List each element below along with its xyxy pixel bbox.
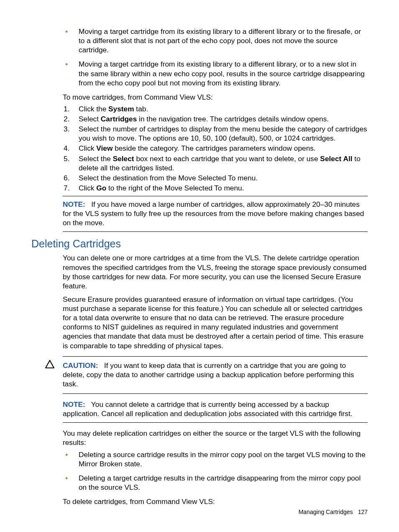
body-indent: Moving a target cartridge from its exist… [63,27,368,232]
text: If you want to keep data that is current… [63,361,354,388]
text: Select the [79,154,113,163]
list-item: Moving a target cartridge from its exist… [63,27,368,54]
note-label: NOTE: [63,400,85,409]
text: tab. [134,105,148,113]
bold-text: System [108,105,134,113]
note-text: You cannot delete a cartridge that is cu… [63,400,353,418]
caution-block: CAUTION: If you want to keep data that i… [63,356,368,394]
body-indent: You can delete one or more cartridges at… [63,253,368,506]
text: box next to each cartridge that you want… [134,154,320,163]
text: Click [79,184,96,192]
paragraph: Secure Erasure provides guaranteed erasu… [63,295,368,350]
step-item: Click View beside the category. The cart… [63,144,368,153]
list-item: Deleting a target cartridge results in t… [63,473,368,492]
step-item: Select the destination from the Move Sel… [63,173,368,182]
delete-results-list: Deleting a source cartridge results in t… [63,450,368,492]
text: in the navigation tree. The cartridges d… [137,115,329,123]
caution-icon [45,360,54,370]
caution-text: CAUTION: If you want to keep data that i… [63,361,368,388]
list-item: Moving a target cartridge from its exist… [63,59,368,87]
page-number: 127 [358,509,368,515]
footer-section: Managing Cartridges [299,509,353,515]
step-item: Select the number of cartridges to displ… [63,124,368,143]
text: Click the [79,105,108,113]
bold-text: Go [96,184,106,192]
bold-text: Cartridges [101,115,137,123]
bold-text: View [96,144,113,152]
svg-marker-0 [46,360,54,368]
bold-text: Select All [320,154,352,163]
move-intro: To move cartridges, from Command View VL… [63,93,368,102]
paragraph: You can delete one or more cartridges at… [63,253,368,290]
bold-text: Select [113,154,134,163]
text: Select [79,115,101,123]
step-item: Click the System tab. [63,104,368,113]
caution-label: CAUTION: [63,361,98,370]
text: to the right of the Move Selected To men… [106,184,244,192]
step-item: Select Cartridges in the navigation tree… [63,114,368,123]
note-label: NOTE: [63,200,85,208]
step-item: Select the Select box next to each cartr… [63,154,368,172]
note-block: NOTE: If you have moved a large number o… [63,196,368,232]
section-heading: Deleting Cartridges [31,238,368,250]
paragraph: To delete cartridges, from Command View … [63,497,368,506]
paragraph: You may delete replication cartridges on… [63,429,368,447]
step-item: Click Go to the right of the Move Select… [63,183,368,193]
note-text: If you have moved a large number of cart… [63,200,364,227]
text: beside the category. The cartridges para… [113,144,315,152]
page: Moving a target cartridge from its exist… [0,0,399,532]
list-item: Deleting a source cartridge results in t… [63,450,368,468]
move-notes-list: Moving a target cartridge from its exist… [63,27,368,87]
move-steps: Click the System tab. Select Cartridges … [63,104,368,193]
text: Click [79,144,96,152]
note-block: NOTE: You cannot delete a cartridge that… [63,396,368,423]
page-footer: Managing Cartridges127 [299,509,368,515]
